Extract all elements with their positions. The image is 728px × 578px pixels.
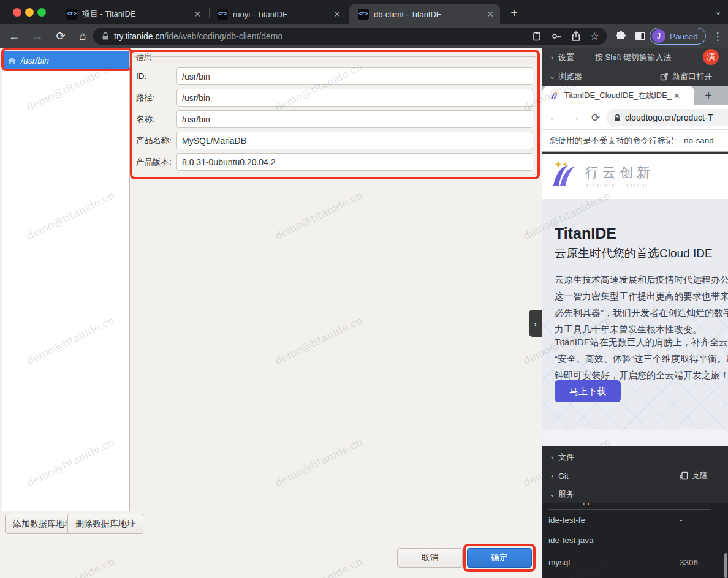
product-version-field[interactable] [176, 153, 533, 171]
brand-name: 行云创新 [585, 163, 654, 182]
chevron-right-icon: › [546, 453, 558, 462]
minimize-window-button[interactable] [25, 8, 34, 17]
service-row[interactable]: ide-test-java - [548, 530, 711, 550]
menu-dots-icon[interactable]: ⋮ [708, 24, 727, 48]
chevron-right-icon: › [546, 471, 558, 480]
git-section-row[interactable]: › Git 克隆 [542, 467, 728, 485]
service-row[interactable]: mysql 3306 [548, 550, 711, 574]
url-host: try.titanide.cn [114, 31, 164, 41]
extensions-puzzle-icon[interactable] [612, 24, 630, 48]
clipboard-icon[interactable] [528, 28, 545, 45]
reload-icon[interactable]: ⟳ [586, 105, 605, 130]
new-window-icon [660, 72, 669, 81]
hero-subtitle: 云原生时代您的首选Cloud IDE [555, 246, 713, 261]
forward-icon[interactable]: → [566, 105, 584, 130]
avatar: J [652, 29, 665, 43]
field-label-id: ID: [136, 67, 175, 85]
chevron-right-icon: › [546, 53, 558, 62]
service-row[interactable]: ide-test-fe - [548, 510, 711, 530]
mini-new-tab-button[interactable]: + [700, 88, 716, 103]
chevron-down-icon: ⌄ [546, 72, 558, 81]
delete-database-address-button[interactable]: 删除数据库地址 [67, 514, 143, 534]
tab-title: 项目 - TitanIDE [82, 9, 190, 20]
share-icon[interactable] [567, 28, 585, 45]
settings-section-row[interactable]: › 设置 按 Shift 键切换输入法 [542, 48, 728, 67]
key-icon[interactable] [548, 28, 565, 45]
mini-url: cloudtogo.cn/product-T [625, 113, 713, 122]
files-section-row[interactable]: › 文件 [542, 448, 728, 467]
services-label: 服务 [558, 489, 574, 500]
profile-button[interactable]: J Paused [650, 28, 706, 45]
tab-search-chevron-icon[interactable]: ⌄ [711, 4, 726, 20]
maximize-window-button[interactable] [37, 8, 46, 17]
ime-hint: 按 Shift 键切换输入法 [595, 52, 671, 63]
back-icon[interactable]: ← [545, 105, 563, 130]
lock-icon [102, 32, 109, 40]
hero-section: TitanIDE 云原生时代您的首选Cloud IDE 云原生技术高速发展和后疫… [542, 199, 728, 429]
titanide-favicon: <t> [217, 9, 228, 20]
chevron-down-icon: ⌄ [546, 490, 558, 498]
service-name: ide-test-app-v1 [548, 503, 604, 505]
browser-section-row[interactable]: ⌄ 浏览器 新窗口打开 [542, 67, 728, 86]
field-label-name: 名称: [136, 110, 175, 128]
hero-paragraph-2: TitanIDE站在无数巨人的肩膀上，补齐全云端开 “安全、高效、体验”这三个维… [555, 334, 728, 383]
close-tab-icon[interactable]: ✕ [333, 9, 341, 19]
close-tab-icon[interactable]: ✕ [673, 91, 680, 100]
tab-db-client-active[interactable]: <t> db-client - TitanIDE ✕ [349, 4, 500, 24]
product-name-field[interactable] [176, 132, 533, 149]
address-bar[interactable]: try.titanide.cn/ide/web/coding/db-client… [93, 28, 607, 45]
hero-paragraph-1: 云原生技术高速发展和后疫情时代远程办公等新 这一智力密集型工作提出更高的要求也带… [555, 271, 728, 337]
service-name: mysql [548, 558, 570, 567]
service-name: ide-test-java [548, 536, 594, 545]
close-tab-icon[interactable]: ✕ [194, 9, 201, 19]
workspace-panel: › 文件 › Git 克隆 ⌄ 服务 ide-test-app-v1 [542, 446, 728, 578]
tab-ruoyi[interactable]: <t> ruoyi - TitanIDE ✕ [211, 4, 347, 24]
name-field[interactable] [176, 110, 533, 128]
services-section-row[interactable]: ⌄ 服务 [542, 485, 728, 503]
database-address-list: /usr/bin [2, 51, 130, 511]
url-path: /ide/web/coding/db-client/demo [164, 31, 282, 41]
download-now-button[interactable]: 马上下载 [555, 380, 621, 402]
cancel-button[interactable]: 取消 [397, 548, 463, 568]
browser-window: <t> 项目 - TitanIDE ✕ <t> ruoyi - TitanIDE… [0, 0, 728, 578]
scrollbar-thumb[interactable] [724, 553, 727, 578]
path-field[interactable] [176, 89, 533, 107]
services-list: ide-test-app-v1 - ide-test-fe - ide-test… [542, 503, 728, 578]
back-icon[interactable]: ← [5, 24, 23, 48]
settings-label: 设置 [558, 52, 574, 63]
id-field[interactable] [176, 67, 533, 85]
tab-title: ruoyi - TitanIDE [233, 10, 330, 19]
browser-label: 浏览器 [558, 71, 582, 82]
git-clone-button[interactable]: 克隆 [680, 470, 708, 481]
new-tab-button[interactable]: + [506, 5, 522, 21]
home-icon [7, 56, 17, 65]
service-port: - [680, 536, 683, 545]
tab-project[interactable]: <t> 项目 - TitanIDE ✕ [60, 4, 207, 24]
list-item-usr-bin[interactable]: /usr/bin [2, 51, 129, 69]
brand-subtitle: CLOUD · TOGO [586, 182, 649, 189]
list-item-label: /usr/bin [21, 56, 49, 66]
mini-address-bar[interactable]: cloudtogo.cn/product-T [606, 109, 728, 126]
cloudtogo-favicon [550, 91, 559, 100]
field-label-product-name: 产品名称: [136, 132, 175, 149]
ok-button[interactable]: 确定 [467, 548, 532, 568]
browser-toolbar: ← → ⟳ ⌂ try.titanide.cn/ide/web/coding/d… [0, 24, 728, 48]
side-panel-icon[interactable] [631, 24, 650, 48]
titanide-favicon: <t> [66, 9, 77, 20]
home-icon[interactable]: ⌂ [74, 24, 92, 48]
close-tab-icon[interactable]: ✕ [487, 9, 494, 19]
service-port: - [680, 516, 683, 525]
bookmark-star-icon[interactable]: ☆ [586, 28, 603, 45]
mini-tab-cloudide[interactable]: TitanIDE_CloudIDE_在线IDE_ ✕ [542, 86, 694, 105]
reload-icon[interactable]: ⟳ [51, 24, 70, 48]
panel-collapse-handle[interactable]: › [529, 310, 542, 337]
tab-title: db-client - TitanIDE [374, 10, 483, 19]
clone-label: 克隆 [692, 470, 708, 481]
close-window-button[interactable] [13, 8, 21, 17]
service-row[interactable]: ide-test-app-v1 - [548, 503, 711, 510]
service-name: ide-test-fe [548, 516, 585, 525]
open-new-window-button[interactable]: 新窗口打开 [660, 71, 712, 82]
forward-icon[interactable]: → [28, 24, 47, 48]
files-label: 文件 [558, 452, 574, 463]
demo-badge[interactable]: 演 [703, 49, 719, 65]
